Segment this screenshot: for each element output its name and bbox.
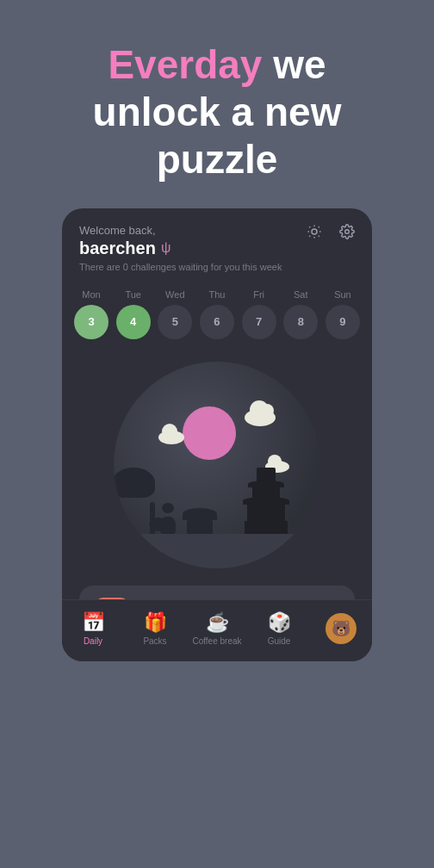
animal-figure (160, 506, 176, 536)
packs-label: Packs (143, 636, 166, 646)
day-3[interactable]: 3 (74, 305, 108, 339)
nav-item-packs[interactable]: 🎁 Packs (124, 611, 186, 646)
week-navigator: Mon Tue Wed Thu Fri Sat Sun 3 4 5 6 7 8 … (62, 282, 372, 353)
hero-line1-rest: we (262, 42, 326, 87)
pagoda (245, 468, 288, 538)
daily-icon: 📅 (82, 611, 105, 634)
guide-label: Guide (268, 636, 291, 646)
day-7[interactable]: 7 (242, 305, 276, 339)
day-label-mon: Mon (74, 289, 108, 300)
daily-label: Daily (84, 636, 102, 646)
day-label-fri: Fri (242, 289, 276, 300)
day-label-wed: Wed (158, 289, 192, 300)
hero-line2: unlock a new (93, 90, 342, 134)
nav-item-daily[interactable]: 📅 Daily (62, 611, 124, 646)
day-labels-row: Mon Tue Wed Thu Fri Sat Sun (74, 289, 360, 300)
cloud-1 (245, 409, 276, 426)
puzzle-scene[interactable] (114, 362, 320, 568)
user-avatar: 🐻 (326, 613, 356, 644)
svg-line-7 (309, 235, 310, 236)
cloud-2 (158, 431, 184, 444)
guide-icon: 🎲 (268, 611, 291, 634)
brightness-icon[interactable] (303, 220, 326, 243)
svg-line-4 (319, 235, 319, 236)
challenge-count: There are 0 challenges waiting for you t… (79, 262, 355, 272)
ground (114, 534, 320, 568)
day-9[interactable]: 9 (326, 305, 360, 339)
packs-icon: 🎁 (144, 611, 167, 634)
puzzle-scene-container (62, 353, 372, 586)
bottom-navigation: 📅 Daily 🎁 Packs ☕ Coffee break 🎲 Guide 🐻 (62, 599, 372, 661)
tree-top (114, 468, 155, 498)
card-icon-row (303, 220, 358, 243)
app-card: Welcome back, baerchen ψ There are 0 cha… (62, 208, 372, 661)
pavilion (183, 508, 217, 537)
day-label-thu: Thu (200, 289, 234, 300)
pagoda-tier-1 (247, 502, 285, 521)
svg-point-9 (345, 229, 350, 233)
card-header: Welcome back, baerchen ψ There are 0 cha… (62, 208, 372, 282)
svg-point-0 (312, 229, 317, 234)
day-4[interactable]: 4 (116, 305, 151, 339)
pavilion-roof (183, 508, 217, 520)
hero-section: Everday we unlock a new puzzle (67, 41, 368, 184)
username-decoration: ψ (161, 240, 170, 256)
settings-icon[interactable] (336, 220, 358, 243)
animal-body (160, 517, 176, 536)
moon (183, 406, 236, 460)
day-label-sun: Sun (326, 289, 360, 300)
username-label: baerchen (79, 239, 156, 258)
hero-highlight: Everday (108, 42, 262, 87)
nav-item-guide[interactable]: 🎲 Guide (248, 611, 310, 646)
day-8[interactable]: 8 (283, 305, 318, 339)
nav-item-avatar[interactable]: 🐻 (310, 613, 372, 644)
day-circles-row: 3 4 5 6 7 8 9 (74, 305, 360, 339)
svg-line-8 (319, 226, 319, 227)
coffee-icon: ☕ (206, 611, 229, 634)
day-label-tue: Tue (116, 289, 151, 300)
hero-line3: puzzle (157, 137, 278, 182)
day-6[interactable]: 6 (200, 305, 234, 339)
day-5[interactable]: 5 (158, 305, 192, 339)
coffee-label: Coffee break (192, 636, 241, 646)
nav-item-coffee[interactable]: ☕ Coffee break (186, 611, 248, 646)
animal-head (162, 503, 174, 513)
svg-line-3 (309, 226, 310, 227)
day-label-sat: Sat (283, 289, 318, 300)
